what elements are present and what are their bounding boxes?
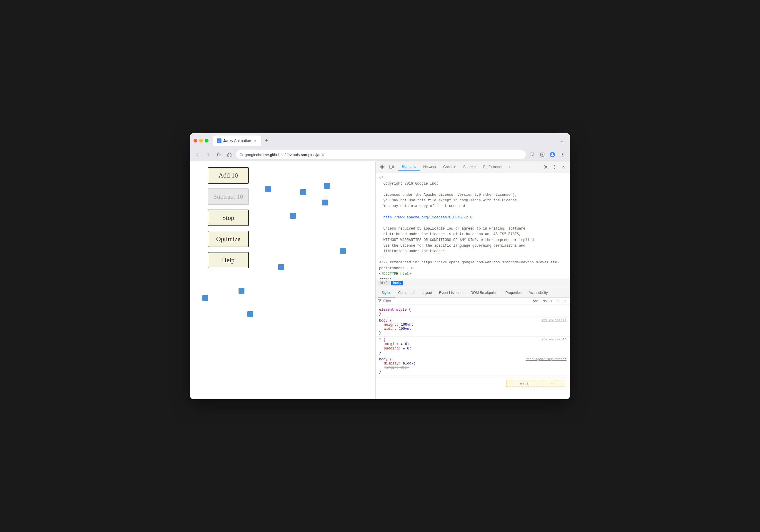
title-bar: J Janky Animation × + ⌄ (190, 133, 570, 149)
anim-square-7 (239, 288, 244, 294)
close-devtools-icon[interactable]: × (559, 163, 568, 171)
cls-button[interactable]: .cls (540, 299, 548, 303)
reload-button[interactable] (215, 151, 223, 159)
tab-elements[interactable]: Elements (398, 163, 420, 171)
menu-button[interactable] (558, 151, 566, 159)
style-selector: body { (379, 319, 392, 323)
traffic-lights (194, 139, 209, 143)
style-property: width: 100vw; (379, 327, 566, 331)
more-options-icon[interactable] (550, 163, 559, 171)
minimize-button[interactable] (199, 139, 203, 143)
code-line: <!DOCTYPE html> (376, 271, 570, 277)
tab-computed[interactable]: Computed (395, 288, 418, 297)
code-area[interactable]: <!-- Copyright 2016 Google Inc. Licensed… (376, 173, 570, 279)
svg-rect-14 (392, 166, 394, 168)
tab-sources[interactable]: Sources (460, 163, 480, 171)
style-source-ua: user agent stylesheet (526, 357, 566, 361)
help-button[interactable]: Help (208, 252, 249, 268)
main-content: Add 10 Subtract 10 Stop Optimize Help (190, 161, 570, 399)
style-close-brace: } (379, 331, 381, 335)
style-source-link[interactable]: styles.css:20 (541, 319, 566, 322)
style-selector: element.style { (379, 308, 411, 312)
style-actions: :hov .cls + ⊡ ⊞ (530, 299, 568, 303)
tab-performance[interactable]: Performance (480, 163, 507, 171)
new-tab-button[interactable]: + (262, 137, 270, 145)
svg-point-17 (554, 167, 555, 167)
tab-network[interactable]: Network (420, 163, 440, 171)
address-bar[interactable]: googlechrome.github.io/devtools-samples/… (236, 150, 526, 159)
style-rule-ua: user agent stylesheet body { display: bl… (376, 356, 570, 375)
settings-icon[interactable] (542, 163, 550, 171)
anim-square-1 (265, 186, 271, 192)
inspect-element-icon[interactable] (378, 163, 386, 171)
style-rule-body1: styles.css:20 body { height: 100vh; widt… (376, 317, 570, 336)
tab-dom-breakpoints[interactable]: DOM Breakpoints (467, 288, 502, 297)
svg-rect-13 (390, 165, 392, 168)
forward-button[interactable] (204, 151, 213, 159)
code-line: See the License for the specific languag… (376, 243, 570, 249)
active-tab[interactable]: J Janky Animation × (213, 136, 261, 146)
tab-properties[interactable]: Properties (502, 288, 525, 297)
toggle-layout-button[interactable]: ⊡ (555, 299, 561, 303)
code-line: --> (376, 254, 570, 260)
anim-square-9 (247, 311, 253, 317)
box-model-dash: — (551, 381, 553, 385)
svg-text:J: J (218, 140, 219, 142)
tab-close-icon[interactable]: × (253, 138, 258, 143)
tab-layout[interactable]: Layout (418, 288, 436, 297)
add-style-button[interactable]: + (549, 299, 554, 303)
tab-favicon: J (217, 138, 221, 143)
style-value: 100vw; (399, 327, 411, 331)
devtools-toolbar: Elements Network Console Sources Perform… (376, 161, 570, 173)
code-line: performance/ --> (376, 266, 570, 271)
device-toolbar-icon[interactable] (387, 163, 396, 171)
tab-accessibility[interactable]: Accessibility (525, 288, 551, 297)
grid-view-button[interactable]: ⊞ (562, 299, 568, 303)
close-button[interactable] (194, 139, 197, 143)
filter-bar: :hov .cls + ⊡ ⊞ (376, 298, 570, 305)
svg-point-7 (562, 154, 563, 155)
back-button[interactable] (194, 151, 202, 159)
code-line: WITHOUT WARRANTIES OR CONDITIONS OF ANY … (376, 238, 570, 243)
maximize-button[interactable] (205, 139, 209, 143)
hov-button[interactable]: :hov (530, 299, 539, 303)
svg-point-6 (562, 153, 563, 154)
svg-point-16 (554, 165, 555, 166)
anim-square-6 (278, 264, 284, 270)
devtools-content: <!-- Copyright 2016 Google Inc. Licensed… (376, 173, 570, 399)
lock-icon (239, 153, 243, 157)
svg-rect-11 (380, 167, 382, 169)
tab-event-listeners[interactable]: Event Listeners (436, 288, 467, 297)
window-expand-icon[interactable]: ⌄ (558, 137, 566, 145)
bookmark-button[interactable] (528, 151, 537, 159)
home-button[interactable] (225, 151, 234, 159)
tab-console[interactable]: Console (440, 163, 460, 171)
style-property-strikethrough: margin: 8px; (379, 366, 566, 370)
profile-button[interactable] (548, 151, 556, 159)
filter-icon (378, 299, 381, 303)
style-source-link[interactable]: styles.css:15 (541, 338, 566, 341)
filter-input[interactable] (383, 299, 528, 303)
browser-window: J Janky Animation × + ⌄ googl (190, 133, 570, 399)
page-area: Add 10 Subtract 10 Stop Optimize Help (190, 161, 375, 399)
breadcrumb-body[interactable]: body (391, 281, 403, 286)
stop-button[interactable]: Stop (208, 209, 249, 226)
devtools-right-actions: × (542, 163, 568, 171)
breadcrumb-html[interactable]: html (378, 281, 390, 286)
optimize-button[interactable]: Optimize (208, 231, 249, 247)
tab-styles[interactable]: Styles (378, 288, 395, 297)
more-tabs-button[interactable]: » (507, 164, 513, 170)
expand-arrow[interactable]: ▶ (403, 346, 405, 351)
styles-panel[interactable]: :hov .cls + ⊡ ⊞ element.style { } (376, 298, 570, 399)
add10-button[interactable]: Add 10 (208, 167, 249, 184)
code-line: <!-- (376, 175, 570, 181)
window-controls: ⌄ (558, 137, 566, 145)
extensions-button[interactable] (538, 151, 546, 159)
code-line (376, 209, 570, 215)
code-line: you may not use this file except in comp… (376, 198, 570, 203)
subtract10-button[interactable]: Subtract 10 (208, 188, 249, 205)
svg-rect-9 (380, 165, 382, 167)
code-line: Copyright 2016 Google Inc. (376, 181, 570, 187)
svg-rect-12 (382, 167, 384, 169)
expand-arrow[interactable]: ▶ (401, 342, 403, 346)
